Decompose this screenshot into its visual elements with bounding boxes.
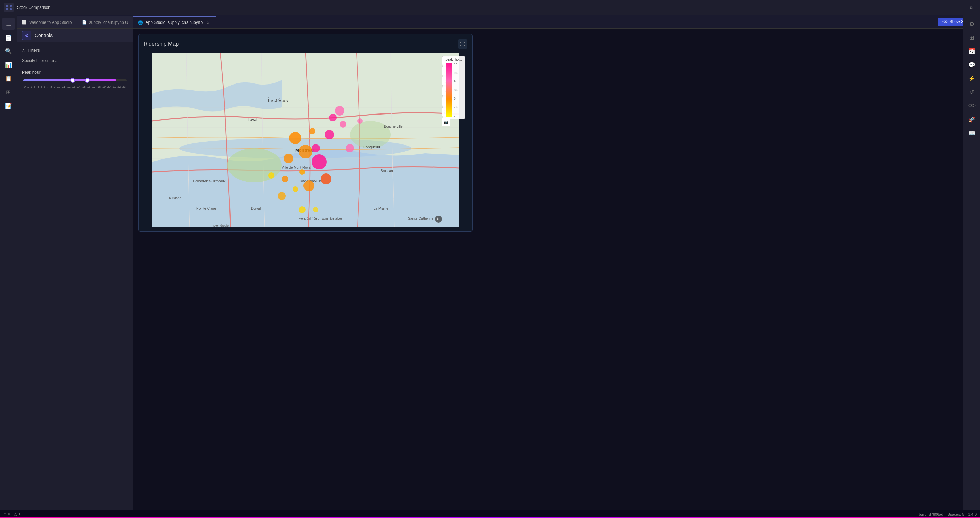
sidebar-file-icon[interactable]: 📄 xyxy=(2,31,15,44)
map-wrapper[interactable]: Île Jésus Laval Montréal Longueuil Ville… xyxy=(143,53,468,227)
map-svg: Île Jésus Laval Montréal Longueuil Ville… xyxy=(143,53,468,227)
app-icon xyxy=(4,3,14,12)
tab-close-button[interactable]: ✕ xyxy=(205,20,211,25)
svg-text:Montérégie: Montérégie xyxy=(213,224,229,227)
svg-text:Pointe-Claire: Pointe-Claire xyxy=(196,207,216,210)
svg-text:Montréal: Montréal xyxy=(295,148,314,153)
tab-supply-chain[interactable]: 📄 supply_chain.ipynb U xyxy=(77,16,133,28)
sidebar-list-icon[interactable]: 📋 xyxy=(2,72,15,84)
map-card-header: Ridership Map xyxy=(143,39,468,49)
tab-welcome-icon: ⬜ xyxy=(22,20,27,25)
slider-fill xyxy=(23,79,116,81)
svg-text:Dollard-des-Ormeaux: Dollard-des-Ormeaux xyxy=(193,179,226,183)
tab-welcome[interactable]: ⬜ Welcome to App Studio xyxy=(17,16,77,28)
filters-section: ∧ Filters Specify filter criteria Peak h… xyxy=(17,42,133,94)
sidebar-grid-icon[interactable]: ⊞ xyxy=(2,86,15,98)
map-legend: peak_ho… 10 9.5 9 8.5 8 7.5 7 xyxy=(443,56,465,119)
legend-color-bar xyxy=(445,63,452,117)
legend-labels: 10 9.5 9 8.5 8 7.5 7 xyxy=(454,63,458,117)
legend-bar-container: 10 9.5 9 8.5 8 7.5 7 xyxy=(445,63,462,117)
svg-text:Laval: Laval xyxy=(248,117,258,122)
svg-text:Dorval: Dorval xyxy=(251,207,261,210)
sidebar-chart-icon[interactable]: 📊 xyxy=(2,59,15,71)
filter-header[interactable]: ∧ Filters xyxy=(22,48,128,53)
svg-point-9 xyxy=(227,148,282,182)
svg-point-27 xyxy=(435,216,442,222)
slider-track xyxy=(23,79,127,81)
main-content: Ridership Map xyxy=(133,29,490,259)
left-sidebar: ☰ 📄 🔍 📊 📋 ⊞ 📝 xyxy=(0,15,17,259)
tab-app-studio[interactable]: 🌐 App Studio: supply_chain.ipynb ✕ xyxy=(133,16,216,28)
peak-hour-label: Peak hour xyxy=(22,70,128,75)
controls-header: ⚙ Controls xyxy=(17,29,133,42)
tab-bar: ⬜ Welcome to App Studio 📄 supply_chain.i… xyxy=(17,15,490,29)
title-bar: Stock Comparison ⧉ xyxy=(0,0,490,15)
tab-app-label: App Studio: supply_chain.ipynb xyxy=(146,20,202,25)
tab-welcome-label: Welcome to App Studio xyxy=(29,20,72,25)
controls-panel: ⚙ Controls ∧ Filters Specify filter crit… xyxy=(17,29,133,259)
svg-text:Île Jésus: Île Jésus xyxy=(268,97,288,103)
slider-container: 0 1 2 3 4 5 6 7 8 9 10 11 12 13 14 15 16… xyxy=(22,79,128,88)
tab-app-icon: 🌐 xyxy=(138,21,143,25)
filter-label: Filters xyxy=(28,48,40,53)
svg-text:Kirkland: Kirkland xyxy=(169,196,181,200)
svg-rect-2 xyxy=(6,8,8,10)
svg-text:Boucherville: Boucherville xyxy=(384,125,403,129)
svg-text:ℹ: ℹ xyxy=(437,217,439,221)
svg-rect-3 xyxy=(10,8,11,10)
sidebar-search-icon[interactable]: 🔍 xyxy=(2,45,15,57)
legend-title: peak_ho… xyxy=(445,57,462,61)
svg-text:Longueuil: Longueuil xyxy=(363,145,380,149)
svg-text:Sainte-Catherine: Sainte-Catherine xyxy=(408,217,433,221)
svg-text:Ville de Mont-Royal: Ville de Mont-Royal xyxy=(282,165,311,169)
controls-icon: ⚙ xyxy=(22,31,31,40)
tab-supply-label: supply_chain.ipynb U xyxy=(89,20,128,25)
tab-supply-icon: 📄 xyxy=(82,20,87,25)
svg-rect-1 xyxy=(10,5,11,7)
slider-ticks: 0 1 2 3 4 5 6 7 8 9 10 11 12 13 14 15 16… xyxy=(23,85,127,88)
svg-text:La Prairie: La Prairie xyxy=(374,207,388,210)
svg-text:Côte-Saint-Luc: Côte-Saint-Luc xyxy=(299,179,321,183)
map-expand-button[interactable] xyxy=(458,39,468,49)
filter-chevron: ∧ xyxy=(22,48,25,53)
svg-rect-0 xyxy=(6,5,8,7)
map-title: Ridership Map xyxy=(143,41,179,47)
sidebar-doc-icon[interactable]: 📝 xyxy=(2,100,15,112)
filter-criteria: Specify filter criteria xyxy=(22,58,128,63)
sidebar-menu-icon[interactable]: ☰ xyxy=(2,18,15,30)
slider-thumb-left[interactable] xyxy=(70,78,75,83)
slider-thumb-right[interactable] xyxy=(85,78,90,83)
controls-title: Controls xyxy=(35,33,52,38)
app-title: Stock Comparison xyxy=(17,5,51,10)
svg-text:Brossard: Brossard xyxy=(380,169,394,173)
svg-text:Montréal (région administrativ: Montréal (région administrative) xyxy=(299,217,342,221)
map-card: Ridership Map xyxy=(138,34,473,232)
